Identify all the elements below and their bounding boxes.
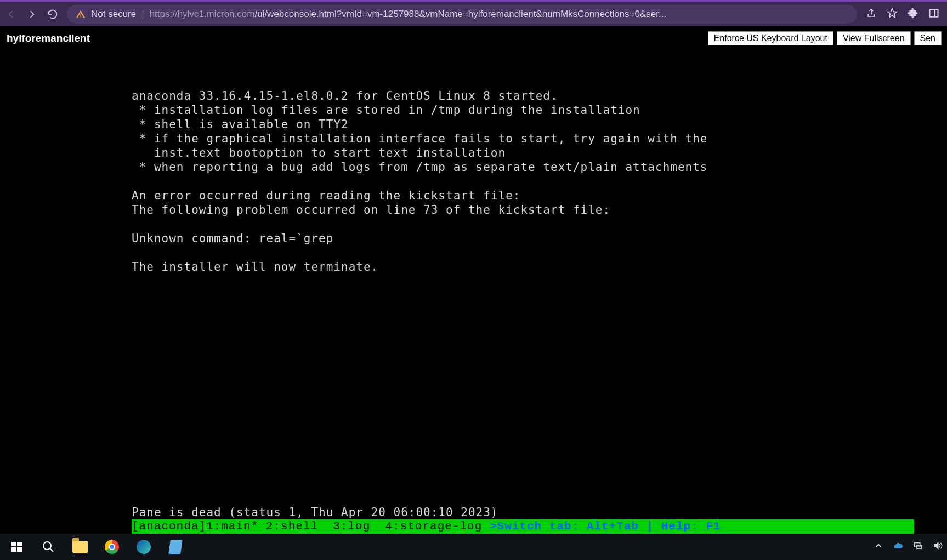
svg-point-6 (43, 542, 51, 550)
tmux-session: [anaconda] (132, 519, 206, 534)
browser-actions (866, 8, 942, 21)
svg-rect-4 (11, 547, 16, 552)
enforce-keyboard-button[interactable]: Enforce US Keyboard Layout (708, 31, 833, 45)
taskbar-right (874, 541, 943, 553)
svg-rect-3 (17, 542, 22, 546)
svg-rect-2 (11, 542, 16, 546)
back-button[interactable] (5, 9, 16, 20)
edge-icon[interactable] (136, 539, 151, 555)
address-bar[interactable]: Not secure | https://hylvc1.micron.com/u… (67, 5, 857, 24)
share-icon[interactable] (866, 8, 877, 21)
onedrive-icon[interactable] (893, 541, 903, 553)
panel-icon[interactable] (928, 8, 939, 21)
file-explorer-icon[interactable] (72, 539, 88, 555)
extensions-icon[interactable] (908, 8, 918, 21)
taskbar-left (4, 539, 183, 555)
send-cad-button[interactable]: Sen (914, 31, 942, 45)
volume-icon[interactable] (933, 541, 943, 553)
vm-console[interactable]: anaconda 33.16.4.15-1.el8.0.2 for CentOS… (0, 50, 947, 534)
start-button[interactable] (9, 539, 24, 555)
vm-title: hylforemanclient (5, 32, 90, 44)
reload-button[interactable] (47, 9, 58, 20)
tmux-status-bar: [anaconda]1:main* 2:shell 3:log 4:storag… (132, 519, 914, 534)
chrome-icon[interactable] (104, 539, 120, 555)
webconsole-header: hylforemanclient Enforce US Keyboard Lay… (0, 26, 947, 50)
browser-toolbar: Not secure | https://hylvc1.micron.com/u… (0, 0, 947, 26)
security-status: Not secure (91, 9, 136, 20)
svg-rect-0 (930, 9, 938, 16)
tray-chevron-icon[interactable] (874, 541, 883, 553)
bookmark-star-icon[interactable] (887, 8, 898, 21)
view-fullscreen-button[interactable]: View Fullscreen (837, 31, 911, 45)
pane-dead-status: Pane is dead (status 1, Thu Apr 20 06:00… (132, 505, 498, 519)
search-icon[interactable] (41, 539, 56, 555)
svg-rect-5 (17, 547, 22, 552)
separator: | (141, 9, 144, 20)
console-output: anaconda 33.16.4.15-1.el8.0.2 for CentOS… (132, 89, 947, 274)
windows-taskbar (0, 534, 947, 560)
warning-icon (76, 9, 86, 19)
tmux-tabs: 1:main* 2:shell 3:log 4:storage-log (206, 519, 490, 534)
url-text: https://hylvc1.micron.com/ui/webconsole.… (150, 9, 667, 20)
forward-button[interactable] (26, 9, 37, 20)
network-icon[interactable] (913, 541, 923, 553)
svg-rect-8 (914, 543, 920, 547)
svg-line-7 (50, 548, 53, 552)
notepad-icon[interactable] (168, 539, 183, 555)
header-buttons: Enforce US Keyboard Layout View Fullscre… (708, 31, 942, 45)
nav-buttons (5, 9, 58, 20)
tmux-hint: >Switch tab: Alt+Tab | Help: F1 (490, 519, 728, 534)
